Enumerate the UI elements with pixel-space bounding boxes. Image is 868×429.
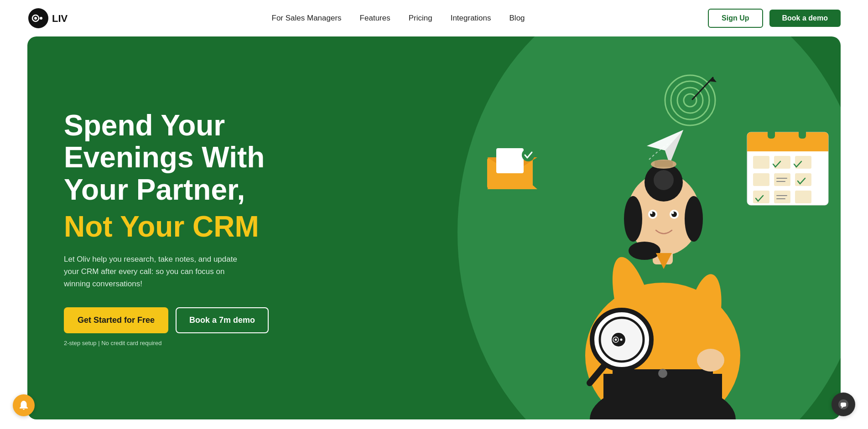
hero-section: Spend Your Evenings With Your Partner, N…: [27, 36, 841, 419]
svg-point-55: [614, 336, 634, 357]
hero-footnote: 2-step setup | No credit card required: [64, 340, 269, 346]
svg-point-64: [697, 349, 724, 372]
plane-illustration: [645, 128, 681, 164]
svg-point-47: [629, 242, 660, 260]
svg-rect-24: [774, 156, 790, 169]
svg-rect-25: [795, 156, 811, 169]
bell-icon: [18, 400, 29, 411]
nav-integrations[interactable]: Integrations: [451, 14, 491, 22]
hero-illustration: [467, 36, 841, 419]
svg-rect-69: [841, 403, 846, 407]
svg-point-52: [650, 212, 653, 214]
svg-marker-67: [656, 253, 672, 269]
svg-point-46: [685, 196, 703, 242]
character-illustration: [576, 73, 749, 419]
calendar-illustration: [745, 119, 827, 210]
svg-rect-5: [487, 157, 533, 189]
svg-point-61: [615, 339, 617, 341]
svg-line-16: [692, 78, 713, 99]
svg-point-60: [613, 337, 619, 342]
chat-support-button[interactable]: [832, 393, 855, 416]
nav-pricing[interactable]: Pricing: [409, 14, 432, 22]
envelope-illustration: [485, 146, 540, 191]
logo[interactable]: LIV: [27, 7, 88, 29]
logo-icon: [27, 7, 49, 29]
svg-rect-33: [795, 191, 811, 203]
svg-marker-10: [647, 130, 683, 164]
svg-point-58: [600, 318, 644, 362]
svg-rect-22: [799, 129, 806, 139]
svg-rect-27: [774, 173, 790, 186]
svg-marker-11: [665, 130, 683, 164]
svg-point-43: [645, 163, 683, 202]
svg-rect-19: [747, 132, 828, 151]
svg-rect-66: [655, 160, 673, 167]
nav-blog[interactable]: Blog: [509, 14, 525, 22]
book-demo-button[interactable]: Book a 7m demo: [176, 307, 269, 333]
svg-point-57: [592, 310, 651, 369]
svg-point-48: [648, 210, 657, 219]
svg-rect-32: [774, 191, 790, 203]
svg-text:LIV: LIV: [52, 13, 68, 24]
svg-point-9: [522, 149, 535, 161]
svg-point-50: [650, 212, 655, 217]
hero-heading-line3: Your Partner,: [64, 173, 245, 206]
svg-point-65: [651, 160, 676, 169]
signup-button[interactable]: Sign Up: [708, 9, 763, 28]
svg-rect-26: [753, 173, 769, 186]
svg-rect-8: [496, 148, 524, 173]
chat-icon: [837, 398, 849, 410]
svg-point-53: [672, 212, 674, 214]
notification-bell-button[interactable]: [13, 394, 35, 416]
svg-point-59: [611, 332, 626, 347]
logo-text: LIV: [52, 10, 88, 26]
svg-point-45: [624, 196, 642, 242]
svg-rect-20: [747, 143, 828, 151]
svg-point-51: [671, 212, 677, 217]
svg-point-14: [677, 88, 703, 113]
hero-heading-accent: Not Your CRM: [64, 210, 269, 244]
svg-point-44: [654, 170, 674, 190]
svg-marker-6: [487, 157, 537, 173]
svg-marker-17: [708, 78, 717, 82]
svg-rect-21: [768, 129, 775, 139]
hero-buttons: Get Started for Free Book a 7m demo: [64, 307, 269, 333]
svg-point-3: [40, 17, 42, 20]
hero-heading-line1: Spend Your: [64, 109, 225, 142]
svg-line-56: [590, 356, 613, 383]
svg-point-54: [603, 253, 665, 367]
svg-rect-28: [795, 173, 811, 186]
svg-point-62: [620, 339, 623, 341]
target-illustration: [663, 73, 713, 128]
svg-rect-41: [653, 237, 673, 264]
nav-features[interactable]: Features: [360, 14, 390, 22]
navbar: LIV For Sales Managers Features Pricing …: [0, 0, 868, 36]
hero-heading-line2: Evenings With: [64, 141, 265, 174]
get-started-button[interactable]: Get Started for Free: [64, 307, 168, 333]
svg-rect-31: [753, 191, 769, 203]
hero-subtitle: Let Oliv help you research, take notes, …: [64, 253, 246, 290]
svg-rect-39: [613, 369, 713, 377]
nav-for-sales-managers[interactable]: For Sales Managers: [272, 14, 342, 22]
book-demo-nav-button[interactable]: Book a demo: [769, 10, 841, 27]
svg-rect-38: [603, 374, 722, 419]
svg-point-42: [627, 173, 700, 255]
svg-point-2: [34, 17, 37, 20]
nav-buttons: Sign Up Book a demo: [708, 9, 841, 28]
nav-links: For Sales Managers Features Pricing Inte…: [272, 14, 525, 23]
svg-rect-23: [753, 156, 769, 169]
svg-point-36: [585, 283, 740, 419]
svg-rect-18: [747, 132, 828, 205]
svg-point-40: [658, 369, 667, 378]
svg-point-13: [671, 81, 709, 119]
hero-heading: Spend Your Evenings With Your Partner,: [64, 109, 269, 206]
svg-point-15: [684, 94, 696, 107]
svg-point-12: [665, 75, 715, 125]
svg-point-49: [670, 210, 679, 219]
svg-point-37: [590, 383, 736, 419]
svg-marker-7: [487, 173, 537, 189]
hero-content: Spend Your Evenings With Your Partner, N…: [27, 73, 305, 383]
svg-point-63: [680, 271, 728, 367]
